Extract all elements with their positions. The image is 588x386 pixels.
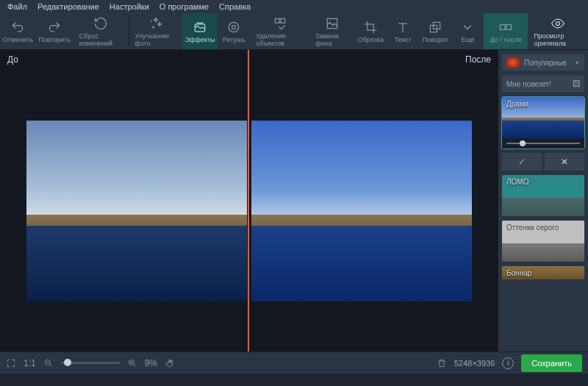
svg-point-1 — [229, 22, 239, 32]
eye-icon — [551, 16, 565, 31]
image-before — [26, 121, 247, 301]
menu-help[interactable]: Справка — [215, 1, 255, 12]
effects-label: Эффекты — [185, 36, 215, 43]
menu-file[interactable]: Файл — [3, 1, 32, 12]
apply-effect-button[interactable]: ✓ — [502, 153, 542, 171]
fit-button[interactable]: 1:1 — [24, 358, 36, 368]
category-label: Популярные — [524, 59, 574, 67]
dice-icon: ⚄ — [573, 79, 580, 89]
reset-button[interactable]: Сброс изменений — [74, 13, 129, 49]
effect-label: Драма — [506, 100, 528, 108]
delete-button[interactable] — [437, 358, 447, 368]
save-button[interactable]: Сохранить — [521, 354, 582, 372]
rotate-label: Поворот — [423, 36, 448, 43]
canvas-area[interactable]: До После — [0, 50, 498, 351]
effects-icon — [193, 20, 207, 35]
crop-label: Обрезка — [358, 36, 384, 43]
info-button[interactable]: i — [502, 357, 514, 369]
effect-bonnar[interactable]: Боннар — [502, 266, 584, 279]
undo-label: Отменить — [3, 36, 33, 43]
undo-button[interactable]: Отменить — [0, 13, 36, 49]
svg-point-10 — [556, 21, 560, 25]
remove-label: Удаление объектов — [256, 32, 304, 47]
text-icon — [395, 20, 410, 35]
bg-label: Замена фона — [315, 32, 348, 47]
reset-label: Сброс изменений — [79, 32, 123, 47]
menubar: Файл Редактирование Настройки О программ… — [0, 0, 588, 13]
chevron-down-icon — [460, 20, 475, 35]
rotate-button[interactable]: Поворот — [419, 13, 451, 49]
effect-label: Боннар — [506, 269, 531, 277]
bg-icon — [325, 16, 340, 31]
zoom-in-button[interactable] — [127, 358, 137, 368]
lucky-button[interactable]: Мне повезет! ⚄ — [502, 75, 584, 93]
after-label: После — [465, 54, 491, 65]
effect-drama[interactable]: Драма — [502, 97, 584, 149]
cancel-effect-button[interactable]: ✕ — [545, 153, 584, 171]
view-original-button[interactable]: Просмотр оригинала — [528, 13, 588, 49]
effect-lomo[interactable]: ЛОМО — [502, 175, 584, 216]
crop-icon — [363, 20, 378, 35]
zoom-out-button[interactable] — [43, 358, 54, 368]
view-original-label: Просмотр оригинала — [534, 32, 582, 47]
svg-rect-4 — [281, 18, 285, 23]
menu-edit[interactable]: Редактирование — [33, 1, 104, 12]
effects-button[interactable]: Эффекты — [182, 13, 218, 49]
effect-intensity-slider[interactable] — [502, 138, 584, 149]
effect-label: ЛОМО — [506, 178, 528, 186]
chevron-down-icon: ▼ — [574, 60, 580, 66]
pan-button[interactable] — [165, 358, 175, 368]
before-after-button[interactable]: До / после — [484, 13, 528, 49]
svg-rect-3 — [275, 18, 279, 23]
enhance-button[interactable]: Улучшение фото — [129, 13, 182, 49]
effects-panel: Популярные ▼ Мне повезет! ⚄ Драма ✓ ✕ ЛО… — [498, 50, 588, 351]
more-button[interactable]: Ещё — [451, 13, 484, 49]
image-after — [251, 121, 472, 301]
rotate-icon — [428, 20, 442, 35]
redo-icon — [47, 20, 62, 35]
category-thumb — [506, 57, 520, 68]
menu-about[interactable]: О программе — [155, 1, 213, 12]
text-label: Текст — [395, 36, 412, 43]
redo-button[interactable]: Повторить — [36, 13, 74, 49]
before-label: До — [7, 54, 18, 65]
reset-icon — [93, 16, 108, 31]
undo-icon — [10, 20, 25, 35]
statusbar: 1:1 9% 5248×3936 i Сохранить — [0, 351, 588, 374]
dimensions: 5248×3936 — [454, 359, 495, 368]
remove-objects-button[interactable]: Удаление объектов — [250, 13, 309, 49]
zoom-value: 9% — [145, 358, 157, 368]
menu-settings[interactable]: Настройки — [105, 1, 154, 12]
zoom-slider[interactable] — [61, 362, 120, 364]
retouch-button[interactable]: Ретушь — [218, 13, 250, 49]
crop-button[interactable]: Обрезка — [354, 13, 387, 49]
before-after-label: До / после — [490, 36, 522, 43]
lucky-label: Мне повезет! — [506, 80, 551, 88]
split-handle[interactable] — [248, 50, 249, 351]
remove-icon — [273, 16, 287, 31]
redo-label: Повторить — [38, 36, 71, 43]
change-bg-button[interactable]: Замена фона — [309, 13, 354, 49]
effect-label: Оттенки серого — [506, 224, 559, 232]
category-select[interactable]: Популярные ▼ — [502, 54, 584, 71]
svg-rect-8 — [501, 24, 506, 29]
svg-rect-9 — [506, 24, 512, 29]
svg-point-2 — [232, 25, 236, 29]
retouch-label: Ретушь — [223, 36, 245, 43]
compare-icon — [498, 20, 513, 35]
text-button[interactable]: Текст — [387, 13, 419, 49]
more-label: Ещё — [461, 36, 474, 43]
enhance-icon — [148, 16, 163, 31]
effect-grayscale[interactable]: Оттенки серого — [502, 221, 584, 262]
fullscreen-button[interactable] — [6, 358, 16, 368]
toolbar: Отменить Повторить Сброс изменений Улучш… — [0, 13, 588, 50]
enhance-label: Улучшение фото — [135, 32, 176, 47]
retouch-icon — [226, 20, 241, 35]
